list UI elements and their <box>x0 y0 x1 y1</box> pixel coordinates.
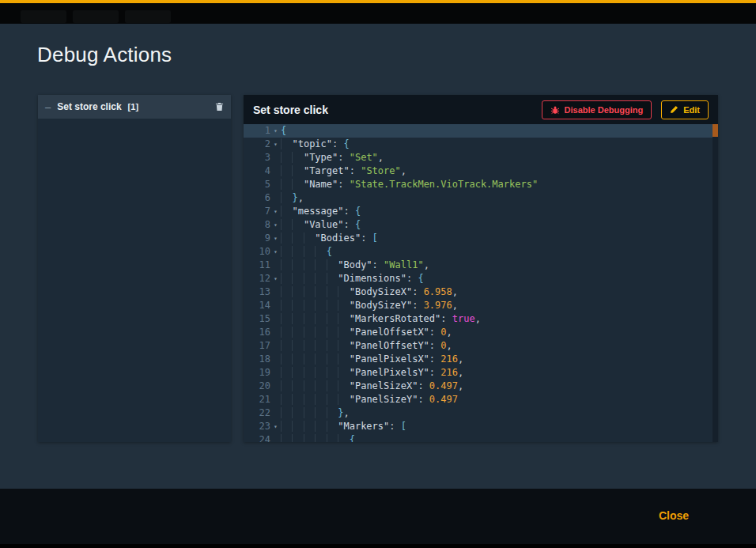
line-number: 16 <box>244 326 270 339</box>
code-text: "BodySizeX": 6.958, <box>281 285 458 299</box>
fold-toggle-icon[interactable]: ▾ <box>270 138 281 151</box>
editor-line[interactable]: 7▾ "message": { <box>244 205 718 218</box>
fold-toggle-icon[interactable]: ▾ <box>270 124 281 138</box>
window-tab-ghost <box>73 10 119 23</box>
line-number: 22 <box>244 406 270 420</box>
line-number: 7 <box>244 205 270 218</box>
detail-header: Set store click Disable Debugging Edit <box>244 95 718 124</box>
line-number: 5 <box>244 178 270 191</box>
fold-gutter <box>270 406 281 420</box>
fold-gutter <box>270 339 281 353</box>
line-number: 4 <box>244 164 270 178</box>
editor-line[interactable]: 3 "Type": "Set", <box>244 151 718 164</box>
code-text: "PanelSizeY": 0.497 <box>281 393 458 406</box>
fold-gutter <box>270 191 281 205</box>
action-list-body <box>38 119 231 442</box>
editor-line[interactable]: 23▾ "Markers": [ <box>244 420 718 433</box>
editor-line[interactable]: 14 "BodySizeY": 3.976, <box>244 299 718 312</box>
fold-gutter <box>270 285 281 299</box>
code-text: "MarkersRotated": true, <box>281 312 481 326</box>
line-number: 23 <box>244 420 270 433</box>
code-text: "Body": "Wall1", <box>281 259 429 272</box>
editor-line[interactable]: 6 }, <box>244 191 718 205</box>
line-number: 17 <box>244 339 270 353</box>
detail-panel: Set store click Disable Debugging Edit 1… <box>244 95 718 442</box>
close-button[interactable]: Close <box>659 509 689 522</box>
fold-toggle-icon[interactable]: ▾ <box>270 245 281 259</box>
editor-line[interactable]: 9▾ "Bodies": [ <box>244 232 718 245</box>
edit-button[interactable]: Edit <box>661 100 709 119</box>
code-text: "Type": "Set", <box>281 151 384 164</box>
trash-icon <box>215 102 224 111</box>
action-item-label: Set store click <box>57 101 121 112</box>
editor-line[interactable]: 5 "Name": "State.TrackMen.VioTrack.Marke… <box>244 178 718 191</box>
window-tab-ghost <box>125 10 171 23</box>
fold-gutter <box>270 164 281 178</box>
fold-toggle-icon[interactable]: ▾ <box>270 232 281 245</box>
code-text: "Value": { <box>281 218 361 232</box>
collapse-icon[interactable]: – <box>45 102 51 112</box>
action-item-count: [1] <box>128 102 138 111</box>
editor-line[interactable]: 10▾ { <box>244 245 718 259</box>
editor-line[interactable]: 18 "PanelPixelsX": 216, <box>244 353 718 366</box>
editor-line[interactable]: 1▾{ <box>244 124 718 138</box>
editor-line[interactable]: 13 "BodySizeX": 6.958, <box>244 285 718 299</box>
code-text: { <box>281 124 286 138</box>
editor-line[interactable]: 24 { <box>244 433 718 442</box>
fold-toggle-icon[interactable]: ▾ <box>270 272 281 285</box>
editor-line[interactable]: 8▾ "Value": { <box>244 218 718 232</box>
editor-line[interactable]: 2▾ "topic": { <box>244 138 718 151</box>
fold-gutter <box>270 393 281 406</box>
fold-gutter <box>270 151 281 164</box>
editor-line[interactable]: 21 "PanelSizeY": 0.497 <box>244 393 718 406</box>
editor-line[interactable]: 22 }, <box>244 406 718 420</box>
code-text: "Markers": [ <box>281 420 406 433</box>
page-title: Debug Actions <box>37 43 172 67</box>
editor-line[interactable]: 16 "PanelOffsetX": 0, <box>244 326 718 339</box>
pencil-icon <box>670 105 679 114</box>
editor-scrollbar[interactable] <box>713 124 718 442</box>
line-number: 12 <box>244 272 270 285</box>
fold-gutter <box>270 353 281 366</box>
editor-line[interactable]: 4 "Target": "Store", <box>244 164 718 178</box>
code-text: "PanelPixelsX": 216, <box>281 353 463 366</box>
editor-line[interactable]: 17 "PanelOffsetY": 0, <box>244 339 718 353</box>
line-number: 2 <box>244 138 270 151</box>
detail-title: Set store click <box>253 104 532 116</box>
fold-toggle-icon[interactable]: ▾ <box>270 420 281 433</box>
code-text: { <box>281 245 332 259</box>
fold-gutter <box>270 380 281 393</box>
code-text: "PanelOffsetX": 0, <box>281 326 452 339</box>
fold-toggle-icon[interactable]: ▾ <box>270 205 281 218</box>
editor-line[interactable]: 15 "MarkersRotated": true, <box>244 312 718 326</box>
line-number: 8 <box>244 218 270 232</box>
disable-debugging-button[interactable]: Disable Debugging <box>542 100 652 119</box>
top-bar <box>0 0 756 24</box>
editor-line[interactable]: 11 "Body": "Wall1", <box>244 259 718 272</box>
line-number: 15 <box>244 312 270 326</box>
line-number: 20 <box>244 380 270 393</box>
fold-toggle-icon[interactable]: ▾ <box>270 218 281 232</box>
line-number: 9 <box>244 232 270 245</box>
fold-gutter <box>270 259 281 272</box>
action-list-item[interactable]: – Set store click [1] <box>38 95 231 119</box>
code-text: { <box>281 433 355 442</box>
line-number: 13 <box>244 285 270 299</box>
fold-gutter <box>270 299 281 312</box>
code-text: "Bodies": [ <box>281 232 378 245</box>
json-editor[interactable]: 1▾{2▾ "topic": {3 "Type": "Set",4 "Targe… <box>244 124 718 442</box>
fold-gutter <box>270 178 281 191</box>
editor-line[interactable]: 12▾ "Dimensions": { <box>244 272 718 285</box>
scrollbar-thumb[interactable] <box>713 124 718 137</box>
code-text: "Name": "State.TrackMen.VioTrack.Markers… <box>281 178 538 191</box>
line-number: 10 <box>244 245 270 259</box>
footer: Close <box>0 489 756 548</box>
line-number: 24 <box>244 433 270 442</box>
line-number: 19 <box>244 366 270 380</box>
line-number: 1 <box>244 124 270 138</box>
edit-label: Edit <box>683 105 700 115</box>
delete-action-button[interactable] <box>215 102 224 111</box>
editor-line[interactable]: 19 "PanelPixelsY": 216, <box>244 366 718 380</box>
code-text: "message": { <box>281 205 361 218</box>
editor-line[interactable]: 20 "PanelSizeX": 0.497, <box>244 380 718 393</box>
